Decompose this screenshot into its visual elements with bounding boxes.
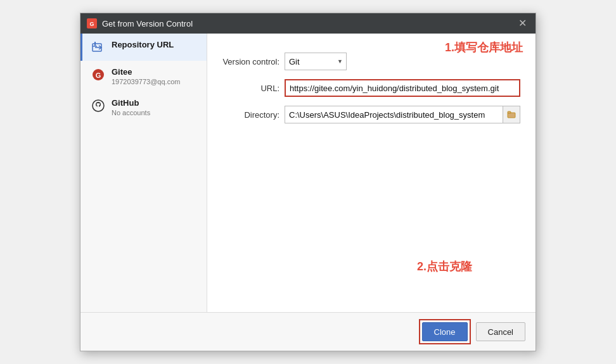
svg-text:G: G xyxy=(89,21,94,27)
title-bar-left: G Get from Version Control xyxy=(87,18,193,28)
url-row: URL: xyxy=(222,79,520,97)
url-label: URL: xyxy=(222,84,279,93)
version-control-row: Version control: Git Mercurial Subversio… xyxy=(222,53,520,70)
svg-rect-10 xyxy=(508,111,511,113)
cancel-button[interactable]: Cancel xyxy=(476,322,525,341)
dialog-footer: Clone Cancel xyxy=(80,312,536,351)
url-input[interactable] xyxy=(285,79,520,97)
app-icon: G xyxy=(87,18,97,28)
version-control-select[interactable]: Git Mercurial Subversion xyxy=(285,53,347,70)
clone-button[interactable]: Clone xyxy=(422,322,468,341)
main-content: 1.填写仓库地址 Version control: Git Mercurial … xyxy=(207,34,536,312)
sidebar-item-gitee-text: Gitee 1972039773@qq.com xyxy=(112,67,180,85)
sidebar-item-github[interactable]: GitHub No accounts xyxy=(80,92,207,123)
version-control-label: Version control: xyxy=(222,57,279,66)
sidebar-gitee-label: Gitee xyxy=(112,67,180,77)
sidebar-github-account: No accounts xyxy=(112,109,150,116)
sidebar-item-repository-url-text: Repository URL xyxy=(112,40,174,49)
close-button[interactable]: ✕ xyxy=(516,17,529,30)
folder-icon xyxy=(507,110,516,119)
annotation-click-clone: 2.点击克隆 xyxy=(417,259,472,274)
version-control-select-wrapper: Git Mercurial Subversion xyxy=(285,53,347,70)
clone-button-wrapper: Clone xyxy=(419,319,471,344)
sidebar-item-gitee[interactable]: G Gitee 1972039773@qq.com xyxy=(80,61,207,92)
sidebar-gitee-account: 1972039773@qq.com xyxy=(112,78,180,85)
gitee-icon: G xyxy=(91,68,105,82)
sidebar: Repository URL G Gitee 1972039773@qq.com xyxy=(80,34,207,312)
repository-url-icon xyxy=(91,41,105,54)
get-from-version-control-dialog: G Get from Version Control ✕ xyxy=(80,13,536,351)
sidebar-item-repository-url[interactable]: Repository URL xyxy=(80,34,207,61)
svg-text:G: G xyxy=(96,72,101,79)
directory-wrapper xyxy=(285,106,520,123)
directory-label: Directory: xyxy=(222,110,279,120)
annotation-fill-repo: 1.填写仓库地址 xyxy=(445,40,523,55)
sidebar-item-github-text: GitHub No accounts xyxy=(112,98,150,116)
svg-point-8 xyxy=(93,100,104,111)
sidebar-github-label: GitHub xyxy=(112,98,150,108)
title-bar: G Get from Version Control ✕ xyxy=(80,13,536,34)
directory-row: Directory: xyxy=(222,106,520,123)
dialog-body: Repository URL G Gitee 1972039773@qq.com xyxy=(80,34,536,312)
github-icon xyxy=(91,99,105,113)
browse-directory-button[interactable] xyxy=(503,106,520,123)
sidebar-repository-url-label: Repository URL xyxy=(112,40,174,49)
directory-input[interactable] xyxy=(285,106,503,123)
dialog-title: Get from Version Control xyxy=(102,19,193,28)
